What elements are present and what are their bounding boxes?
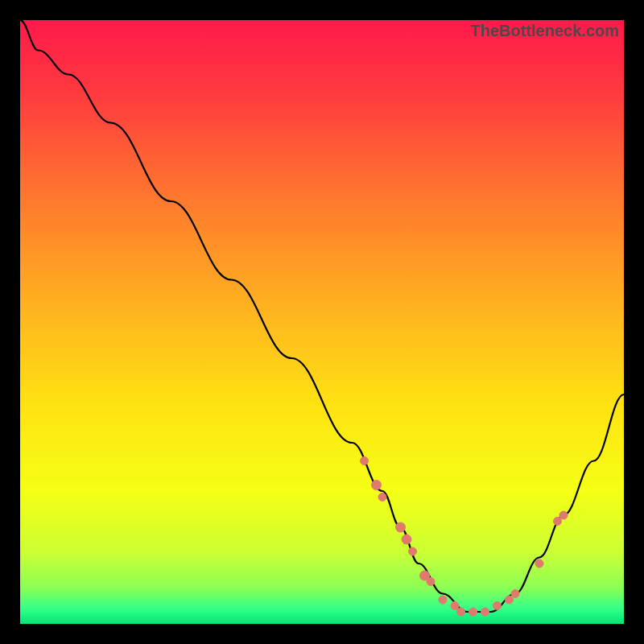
- chart-frame: TheBottleneck.com: [20, 20, 624, 624]
- svg-rect-0: [20, 20, 624, 624]
- gradient-background: [20, 20, 624, 624]
- watermark-text: TheBottleneck.com: [471, 22, 619, 40]
